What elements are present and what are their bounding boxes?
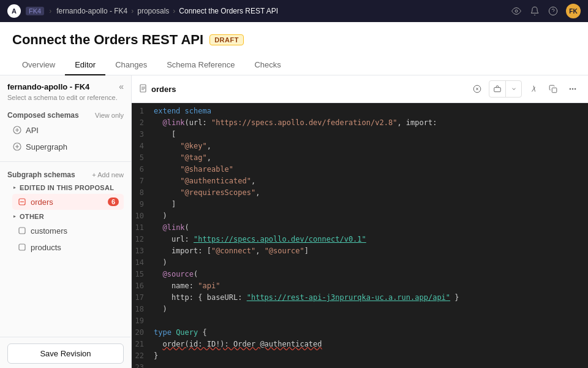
- page-title: Connect the Orders REST API: [12, 32, 203, 48]
- other-section-label: OTHER: [20, 213, 44, 220]
- code-line-17: 17 http: { baseURL: "https://rest-api-j3…: [132, 292, 588, 304]
- robot-btn-group: [489, 80, 522, 98]
- code-line-13: 13 import: ["@connect", "@source"]: [132, 245, 588, 257]
- orders-schema-icon: [17, 197, 27, 207]
- code-line-7: 7 "@authenticated",: [132, 175, 588, 187]
- sidebar: fernando-apollo - FK4 « Select a schema …: [0, 75, 132, 368]
- code-line-23: 23: [132, 362, 588, 368]
- svg-point-15: [575, 88, 576, 90]
- sidebar-subtitle: Select a schema to edit or reference.: [0, 94, 131, 106]
- breadcrumb-proposals[interactable]: proposals: [137, 7, 169, 15]
- eye-icon[interactable]: [511, 6, 522, 17]
- svg-rect-12: [552, 88, 557, 93]
- code-line-8: 8 "@requiresScopes",: [132, 187, 588, 199]
- svg-point-1: [549, 7, 557, 15]
- bell-icon[interactable]: [529, 6, 540, 17]
- svg-point-13: [570, 88, 571, 90]
- code-line-22: 22 }: [132, 350, 588, 362]
- tab-schema-reference[interactable]: Schema Reference: [157, 55, 244, 75]
- code-line-6: 6 "@shareable": [132, 164, 588, 175]
- tab-changes[interactable]: Changes: [105, 55, 157, 75]
- save-revision-button[interactable]: Save Revision: [7, 343, 124, 364]
- svg-rect-5: [19, 228, 25, 234]
- svg-rect-6: [19, 244, 25, 250]
- app-logo[interactable]: A: [7, 4, 21, 18]
- main-content: fernando-apollo - FK4 « Select a schema …: [0, 75, 588, 368]
- code-line-20: 20 type Query {: [132, 327, 588, 339]
- sidebar-item-supergraph-label: Supergraph: [26, 142, 67, 151]
- sidebar-divider-1: [0, 161, 131, 162]
- view-only-button[interactable]: View only: [95, 112, 124, 119]
- supergraph-schema-icon: [12, 142, 22, 151]
- customers-schema-icon: [17, 226, 27, 236]
- code-line-16: 16 name: "api": [132, 280, 588, 292]
- code-line-14: 14 ): [132, 257, 588, 269]
- api-schema-icon: [12, 125, 22, 135]
- code-line-18: 18 ): [132, 304, 588, 315]
- sidebar-workspace: fernando-apollo - FK4: [7, 82, 89, 91]
- sidebar-item-customers-label: customers: [31, 226, 67, 236]
- sidebar-item-api[interactable]: API: [7, 122, 124, 138]
- code-line-2: 2 @link(url: "https://specs.apollo.dev/f…: [132, 117, 588, 129]
- question-icon[interactable]: [548, 6, 559, 17]
- code-editor[interactable]: 1 extend schema 2 @link(url: "https://sp…: [132, 103, 588, 368]
- editor-filename: orders: [151, 85, 176, 94]
- products-schema-icon: [17, 242, 27, 252]
- sidebar-header: fernando-apollo - FK4 «: [0, 75, 131, 94]
- edited-in-proposal-toggle[interactable]: EDITED IN THIS PROPOSAL: [7, 182, 124, 194]
- tab-editor[interactable]: Editor: [65, 55, 105, 75]
- code-line-3: 3 [: [132, 129, 588, 140]
- code-line-19: 19: [132, 315, 588, 327]
- sidebar-footer: Save Revision: [0, 337, 131, 368]
- editor-file-icon: [139, 84, 148, 94]
- composed-schemas-section: Composed schemas View only API Supergrap…: [0, 106, 131, 158]
- svg-point-14: [572, 88, 573, 90]
- sidebar-item-orders-label: orders: [31, 197, 53, 207]
- top-navigation-bar: A FK4 › fernando-apollo - FK4 › proposal…: [0, 0, 588, 22]
- code-line-15: 15 @source(: [132, 269, 588, 280]
- code-line-21: 21 order(id: ID!): Order @authenticated: [132, 339, 588, 350]
- clear-button[interactable]: [469, 81, 485, 97]
- page-header: Connect the Orders REST API DRAFT Overvi…: [0, 22, 588, 75]
- page-title-row: Connect the Orders REST API DRAFT: [12, 32, 576, 48]
- sidebar-item-products[interactable]: products: [12, 239, 124, 255]
- breadcrumb-sep-1: ›: [49, 7, 51, 15]
- svg-point-0: [515, 10, 518, 12]
- sidebar-item-products-label: products: [31, 243, 61, 252]
- top-bar-actions: FK: [511, 4, 581, 18]
- editor-toolbar: orders: [132, 75, 588, 103]
- copy-button[interactable]: [545, 81, 561, 97]
- subgraph-schemas-header: Subgraph schemas + Add new: [7, 171, 124, 179]
- breadcrumb-workspace[interactable]: fernando-apollo - FK4: [56, 7, 127, 15]
- code-line-9: 9 ]: [132, 199, 588, 210]
- code-line-5: 5 "@tag",: [132, 152, 588, 164]
- ai-assist-button[interactable]: [489, 81, 505, 97]
- sidebar-collapse-button[interactable]: «: [119, 82, 124, 91]
- sidebar-item-supergraph[interactable]: Supergraph: [7, 139, 124, 155]
- add-new-button[interactable]: + Add new: [92, 171, 124, 178]
- more-options-button[interactable]: [565, 81, 581, 97]
- tab-checks[interactable]: Checks: [244, 55, 290, 75]
- code-line-11: 11 @link(: [132, 222, 588, 234]
- format-button[interactable]: [526, 81, 541, 97]
- subgraph-schemas-title: Subgraph schemas: [7, 171, 75, 179]
- orders-change-badge: 6: [108, 197, 119, 206]
- ai-chevron-button[interactable]: [505, 81, 521, 97]
- edited-section-label: EDITED IN THIS PROPOSAL: [20, 184, 114, 191]
- user-avatar[interactable]: FK: [566, 4, 581, 18]
- code-line-10: 10 ): [132, 210, 588, 222]
- other-section-toggle[interactable]: OTHER: [7, 210, 124, 223]
- code-line-4: 4 "@key",: [132, 140, 588, 152]
- breadcrumb: fernando-apollo - FK4 › proposals › Conn…: [56, 7, 278, 15]
- sidebar-item-customers[interactable]: customers: [12, 223, 124, 239]
- composed-schemas-title: Composed schemas: [7, 111, 79, 120]
- draft-badge: DRAFT: [209, 34, 244, 45]
- page-tabs: Overview Editor Changes Schema Reference…: [12, 55, 576, 75]
- code-line-1: 1 extend schema: [132, 105, 588, 117]
- subgraph-schemas-section: Subgraph schemas + Add new EDITED IN THI…: [0, 166, 131, 258]
- tab-overview[interactable]: Overview: [12, 55, 65, 75]
- code-line-12: 12 url: "https://specs.apollo.dev/connec…: [132, 234, 588, 245]
- sidebar-item-orders[interactable]: orders 6: [12, 194, 124, 210]
- breadcrumb-current: Connect the Orders REST API: [179, 7, 278, 15]
- workspace-tag: FK4: [26, 7, 44, 15]
